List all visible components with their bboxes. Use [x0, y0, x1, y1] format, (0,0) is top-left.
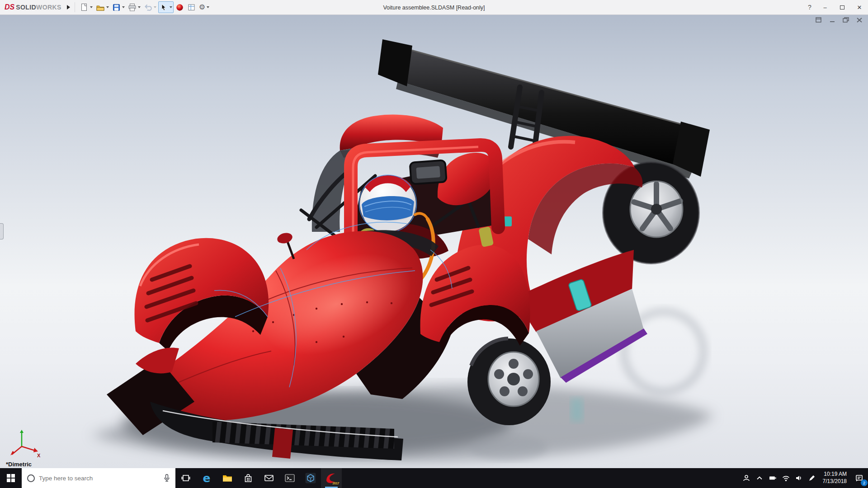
document-window-controls [816, 17, 863, 23]
close-button[interactable]: ✕ [851, 0, 868, 14]
cad-viewer-cube-icon [305, 473, 316, 483]
clock-date: 7/13/2018 [823, 478, 847, 485]
search-input[interactable] [39, 475, 160, 482]
open-icon [96, 3, 105, 12]
panel-collapse-handle[interactable] [0, 223, 4, 239]
battery-button[interactable] [766, 468, 779, 488]
people-icon [743, 474, 750, 482]
microphone-icon[interactable] [164, 474, 170, 482]
taskbar-search[interactable] [22, 468, 175, 488]
doc-window-icon[interactable] [816, 17, 822, 23]
mail-icon [264, 474, 274, 482]
taskbar-clock[interactable]: 10:19 AM 7/13/2018 [819, 471, 851, 485]
network-wifi-icon [782, 475, 790, 482]
restore-button[interactable] [834, 0, 851, 14]
taskbar-app-command-prompt[interactable] [279, 468, 300, 488]
windows-taskbar: e [0, 468, 868, 488]
options-button[interactable]: ⚙ [198, 1, 211, 13]
hidden-icons-button[interactable] [753, 468, 766, 488]
ds-logo: DS [5, 3, 14, 11]
menu-flyout-icon[interactable] [67, 5, 70, 9]
mirror-pod [410, 160, 447, 184]
print-icon [128, 3, 137, 12]
task-view-icon [181, 474, 190, 482]
solidworks-year-label: 2017 [332, 481, 339, 485]
pen-button[interactable] [806, 468, 819, 488]
drawing-sheet-icon [187, 3, 196, 12]
save-icon [112, 3, 121, 12]
pen-icon [808, 474, 816, 482]
taskbar-app-store[interactable] [238, 468, 259, 488]
action-center-button[interactable]: 2 [851, 468, 868, 488]
app-titlebar: DS SOLID WORKS [0, 0, 868, 15]
edge-icon: e [203, 472, 211, 485]
car-model[interactable] [0, 15, 868, 468]
taskbar-app-solidworks[interactable]: 2017 [321, 468, 342, 488]
select-cursor-icon [160, 3, 168, 12]
volume-button[interactable] [793, 468, 806, 488]
appearance-sphere-icon [175, 3, 184, 12]
system-tray: 10:19 AM 7/13/2018 2 [740, 468, 868, 488]
orientation-triad: X [4, 427, 42, 461]
undo-icon [144, 3, 152, 11]
volume-icon [795, 474, 803, 482]
network-button[interactable] [779, 468, 793, 488]
view-orientation-label: *Dimetric [6, 461, 32, 468]
new-document-icon [80, 3, 89, 12]
task-view-button[interactable] [175, 468, 196, 488]
save-button[interactable] [111, 1, 126, 13]
drawing-sheet-button[interactable] [186, 1, 197, 13]
taskbar-app-edge[interactable]: e [196, 468, 217, 488]
quick-access-toolbar: ⚙ [79, 1, 211, 13]
help-button[interactable]: ? [803, 0, 816, 14]
clock-time: 10:19 AM [824, 471, 847, 478]
open-button[interactable] [94, 1, 110, 13]
appearances-button[interactable] [174, 1, 185, 13]
driver-helmet[interactable] [359, 175, 417, 233]
undo-button[interactable] [142, 1, 158, 13]
cortana-icon [27, 474, 35, 482]
people-button[interactable] [740, 468, 753, 488]
gear-icon: ⚙ [199, 4, 205, 11]
doc-close-icon[interactable] [856, 17, 863, 23]
chevron-up-icon [756, 475, 763, 481]
taskbar-app-cad-viewer[interactable] [300, 468, 321, 488]
print-button[interactable] [127, 1, 142, 13]
doc-minimize-icon[interactable] [829, 17, 835, 23]
command-prompt-icon [285, 474, 295, 483]
front-wheel[interactable] [467, 338, 551, 425]
windows-logo-icon [7, 474, 15, 482]
select-button[interactable] [158, 1, 174, 13]
notification-badge: 2 [861, 479, 868, 486]
start-button[interactable] [0, 468, 22, 488]
battery-icon [769, 474, 777, 482]
side-mirror [276, 231, 294, 245]
file-explorer-icon [222, 474, 232, 482]
taskbar-app-file-explorer[interactable] [217, 468, 238, 488]
taskbar-app-mail[interactable] [259, 468, 279, 488]
triad-x-label: X [37, 453, 41, 458]
divider [75, 2, 75, 12]
store-icon [244, 474, 252, 483]
solidworks-logo: DS SOLID WORKS [0, 3, 61, 11]
minimize-button[interactable]: – [816, 0, 834, 14]
new-document-button[interactable] [79, 1, 94, 13]
graphics-area[interactable]: X *Dimetric [0, 15, 868, 468]
doc-restore-icon[interactable] [843, 17, 849, 23]
